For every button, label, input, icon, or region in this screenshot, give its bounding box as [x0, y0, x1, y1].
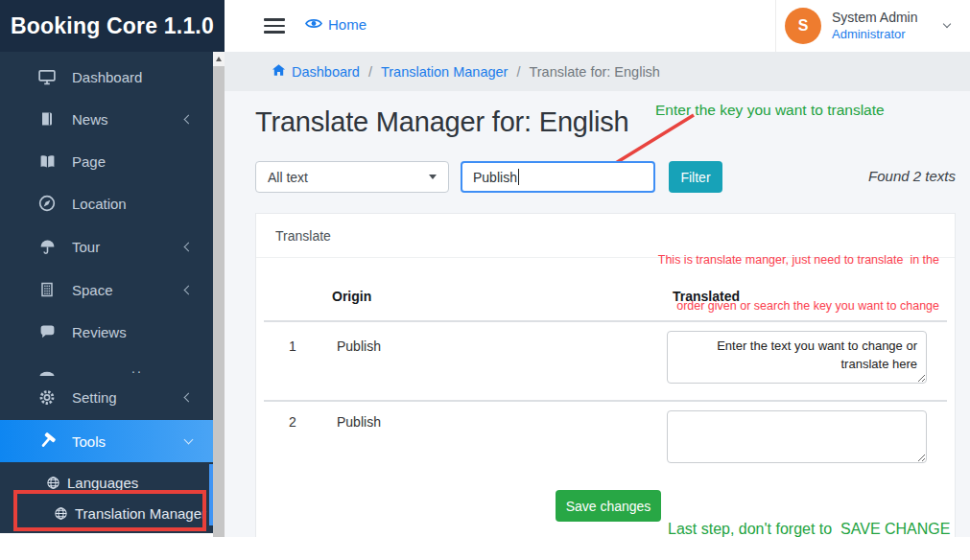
chevron-down-icon [184, 434, 194, 444]
page-title: Translate Manager for: English [255, 106, 628, 138]
sidebar-scrollbar[interactable] [213, 52, 225, 537]
sidebar: Booking Core 1.1.0 Dashboard News Page [0, 0, 225, 533]
book-icon [38, 110, 56, 128]
chevron-left-icon [184, 114, 194, 124]
sidebar-item-label: Setting [72, 389, 117, 406]
chevron-left-icon [184, 285, 194, 294]
sidebar-item-label: Tools [72, 433, 106, 450]
tutorial-annotation-save: Last step, don't forget to SAVE CHANGE [668, 521, 950, 538]
gear-icon [38, 388, 56, 406]
sidebar-item-tools[interactable]: Tools [0, 420, 213, 462]
sidebar-item-label: Space [72, 282, 113, 298]
table-divider [264, 400, 947, 402]
hamburger-menu-icon[interactable] [264, 18, 285, 34]
translate-card: Translate This is translate manger, just… [255, 213, 956, 537]
top-header: Home S System Admin Administrator [225, 0, 970, 52]
row-index: 1 [289, 338, 296, 354]
column-header-translated: Translated [673, 289, 740, 304]
breadcrumb-label: Translation Manager [381, 64, 508, 80]
sidebar-item-location[interactable]: Location [0, 182, 213, 224]
tutorial-annotation-translate-order: This is translate manger, just need to t… [584, 221, 939, 345]
sidebar-item-label: Dashboard [72, 69, 142, 85]
partial-icon [38, 364, 56, 376]
table-divider [264, 320, 947, 322]
sidebar-item-space[interactable]: Space [0, 268, 213, 311]
sidebar-item-label: Reviews [72, 324, 127, 340]
breadcrumb-current: Translate for: English [529, 64, 659, 80]
sidebar-item-dashboard[interactable]: Dashboard [0, 56, 213, 98]
column-header-origin: Origin [332, 289, 371, 304]
breadcrumb-label: Dashboard [292, 64, 360, 80]
breadcrumb-link-translation-manager[interactable]: Translation Manager [381, 64, 508, 80]
breadcrumb-separator: / [516, 64, 520, 80]
app-window: Booking Core 1.1.0 Dashboard News Page [0, 0, 970, 560]
compass-icon [38, 195, 56, 212]
selected-option: All text [268, 170, 308, 185]
header-divider [775, 0, 776, 52]
main-area: Home S System Admin Administrator Dashbo… [225, 0, 970, 537]
chevron-left-icon [184, 392, 194, 402]
card-title: Translate [275, 228, 331, 244]
page-content: Translate Manager for: English Enter the… [225, 91, 970, 537]
breadcrumb: Dashboard / Translation Manager / Transl… [225, 52, 970, 91]
origin-text: Publish [337, 338, 381, 354]
eye-icon [305, 16, 322, 33]
filter-button[interactable]: Filter [669, 161, 722, 193]
user-menu[interactable]: S System Admin Administrator [785, 8, 950, 44]
search-input-value: Publish [473, 170, 517, 185]
translated-textarea[interactable] [667, 410, 927, 463]
avatar: S [785, 8, 821, 44]
sidebar-subitem-label: Languages [67, 475, 138, 491]
card-header: Translate This is translate manger, just… [256, 214, 955, 258]
chevron-left-icon [184, 242, 194, 251]
sidebar-item-page[interactable]: Page [0, 140, 213, 182]
breadcrumb-link-dashboard[interactable]: Dashboard [272, 63, 360, 80]
user-name: System Admin [832, 10, 917, 27]
desktop-icon [38, 68, 56, 85]
comment-icon [38, 323, 56, 340]
select-arrow-icon [429, 175, 437, 179]
home-link[interactable]: Home [305, 16, 367, 33]
sidebar-item-label: News [72, 111, 108, 128]
found-results-text: Found 2 texts [868, 168, 956, 184]
sidebar-item-label: Page [72, 153, 106, 170]
sidebar-item-tour[interactable]: Tour [0, 225, 213, 268]
row-index: 2 [289, 414, 296, 430]
scrollbar-up-arrow-icon[interactable] [213, 52, 225, 66]
save-changes-button[interactable]: Save changes [556, 490, 661, 522]
umbrella-icon [38, 238, 56, 255]
hammer-icon [38, 432, 56, 450]
text-cursor [518, 169, 520, 185]
breadcrumb-separator: / [368, 64, 372, 80]
search-input[interactable]: Publish [461, 161, 655, 193]
tutorial-annotation-search-key: Enter the key you want to translate [655, 102, 885, 119]
translated-textarea[interactable]: Enter the text you want to change or tra… [667, 331, 927, 384]
chevron-down-icon [943, 20, 951, 28]
text-filter-select[interactable]: All text [255, 161, 449, 193]
sidebar-item-reviews[interactable]: Reviews [0, 311, 213, 353]
home-link-label: Home [328, 16, 367, 33]
globe-icon [46, 476, 60, 490]
open-book-icon [38, 152, 56, 170]
highlight-box-annotation [13, 490, 206, 531]
sidebar-item-news[interactable]: News [0, 98, 213, 140]
home-icon [272, 63, 286, 80]
building-icon [38, 281, 56, 298]
user-role: Administrator [832, 27, 917, 42]
sidebar-item-label: Location [72, 196, 127, 212]
sidebar-item-setting[interactable]: Setting [0, 376, 213, 418]
sidebar-item-label: .. [131, 361, 143, 376]
app-logo: Booking Core 1.1.0 [0, 0, 225, 52]
sidebar-item-label: Tour [72, 239, 100, 255]
sidebar-item-partial[interactable]: .. [0, 353, 213, 376]
origin-text: Publish [337, 414, 381, 430]
